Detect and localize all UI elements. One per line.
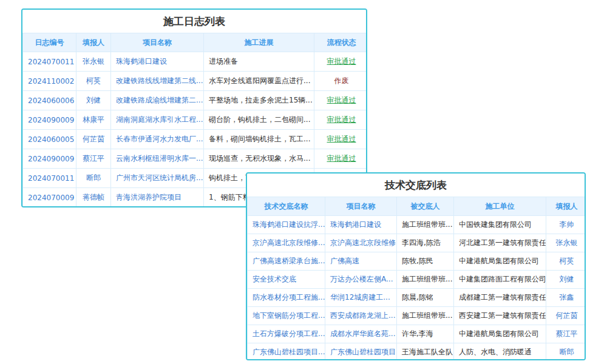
disclosure-column-header: 填报人 [546,197,586,216]
receiver-cell: 陈牧,陈民 [397,252,454,271]
construction-unit-cell: 西安建工第一建筑有限责任公司 [454,307,546,325]
filler-name-link[interactable]: 蒋德帧 [76,188,111,207]
disclosure-name-link[interactable]: 安全技术交底 [248,271,325,289]
disclosure-table-row: 土石方爆破分项工程...成都水岸华庭名苑...许华,李海中建港航局集团有限公司蔡… [248,325,586,343]
project-name-link[interactable]: 云南水利枢纽潜明水库一... [111,149,204,169]
filler-name-link[interactable]: 刘健 [546,271,586,289]
disclosure-table-row: 珠海鹤港口建设抗浮...珠海鹤港口建设施工班组带班...中国铁建集团有限公司李帅 [248,216,586,234]
filler-name-link[interactable]: 张永银 [546,234,586,252]
project-name-link[interactable]: 京沪高速北京段维修 [325,234,397,252]
tech-disclosure-body: 珠海鹤港口建设抗浮...珠海鹤港口建设施工班组带班...中国铁建集团有限公司李帅… [248,216,586,361]
receiver-cell: 陈晨,陈铭 [397,289,454,307]
disclosure-column-header: 被交底人 [397,197,454,216]
status-link[interactable]: 审批通过 [314,110,368,130]
status-link[interactable]: 审批通过 [314,149,368,169]
project-name-link[interactable]: 西安成都路龙湖上... [325,307,397,325]
progress-cell: 水车对全线遮阳网覆盖点进行... [204,72,314,91]
receiver-cell: 施工班组带班... [397,307,454,325]
filler-name-link[interactable]: 蔡江平 [546,325,586,343]
project-name-link[interactable]: 万达办公楼左侧A... [325,271,397,289]
log-table-row: 2024090009林康平湖南洞庭湖水库引水工程...砌台阶，钩机排土，二包砌间… [23,110,368,130]
log-column-header: 项目名称 [111,33,204,52]
log-column-header: 流程状态 [314,33,368,52]
project-name-link[interactable]: 湖南洞庭湖水库引水工程... [111,110,204,130]
disclosure-name-link[interactable]: 防水卷材分项工程施... [248,289,325,307]
disclosure-table-row: 广佛高速桥梁承台施...广佛高速陈牧,陈民中建港航局集团有限公司柯英 [248,252,586,271]
tech-disclosure-header-row: 技术交底名称项目名称被交底人施工单位填报人 [248,197,586,216]
construction-unit-cell: 人防、水电、消防暖通 [454,343,546,361]
tech-disclosure-title: 技术交底列表 [247,174,585,197]
construction-unit-cell: 中国铁建集团有限公司 [454,216,546,234]
log-id-link[interactable]: 2024070009 [23,188,76,207]
disclosure-name-link[interactable]: 广东佛山碧桂园项目... [248,343,325,361]
tech-disclosure-panel: 技术交底列表 技术交底名称项目名称被交底人施工单位填报人 珠海鹤港口建设抗浮..… [246,172,586,360]
status-link[interactable]: 审批通过 [314,91,368,110]
construction-unit-cell: 中建港航局集团有限公司 [454,252,546,271]
disclosure-table-row: 地下室钢筋分项工程...西安成都路龙湖上...施工班组带班...西安建工第一建筑… [248,307,586,325]
log-id-link[interactable]: 2024110002 [23,72,76,91]
log-column-header: 施工进展 [204,33,314,52]
filler-name-link[interactable]: 张鑫 [546,289,586,307]
disclosure-column-header: 项目名称 [325,197,397,216]
project-name-link[interactable]: 青海洪湖养护院项目 [111,188,204,207]
log-table-row: 2024090009蔡江平云南水利枢纽潜明水库一...现场巡查，无积水现象，水马… [23,149,368,169]
project-name-link[interactable]: 珠海鹤港口建设 [111,52,204,72]
disclosure-name-link[interactable]: 土石方爆破分项工程... [248,325,325,343]
receiver-cell: 施工班组带班... [397,271,454,289]
project-name-link[interactable]: 华润12城房建工... [325,289,397,307]
filler-name-link[interactable]: 张永银 [76,52,111,72]
project-name-link[interactable]: 成都水岸华庭名苑... [325,325,397,343]
project-name-link[interactable]: 改建铁路成渝线增建第二... [111,91,204,110]
project-name-link[interactable]: 长春市伊通河水力发电厂... [111,130,204,149]
progress-cell: 现场巡查，无积水现象，水马... [204,149,314,169]
filler-name-link[interactable]: 柯英 [76,72,111,91]
filler-name-link[interactable]: 断郎 [76,169,111,188]
filler-name-link[interactable]: 柯英 [546,252,586,271]
log-table-row: 2024110002柯英改建铁路线线增建第二线...水车对全线遮阳网覆盖点进行.… [23,72,368,91]
receiver-cell: 王海施工队全队 [397,343,454,361]
page-canvas: 施工日志列表 日志编号填报人项目名称施工进展流程状态 2024070011张永银… [0,0,607,364]
log-id-link[interactable]: 2024090009 [23,110,76,130]
project-name-link[interactable]: 广东佛山碧桂园项目 [325,343,397,361]
construction-unit-cell: 河北建工第一建筑有限责任公司 [454,234,546,252]
log-table-row: 2024070011张永银珠海鹤港口建设进场准备审批通过 [23,52,368,72]
filler-name-link[interactable]: 何芷茵 [76,130,111,149]
disclosure-name-link[interactable]: 珠海鹤港口建设抗浮... [248,216,325,234]
construction-unit-cell: 成都建工第一建筑有限责任公司 [454,289,546,307]
project-name-link[interactable]: 改建铁路线线增建第二线... [111,72,204,91]
disclosure-name-link[interactable]: 广佛高速桥梁承台施... [248,252,325,271]
progress-cell: 进场准备 [204,52,314,72]
project-name-link[interactable]: 广佛高速 [325,252,397,271]
log-id-link[interactable]: 2024070011 [23,52,76,72]
receiver-cell: 许华,李海 [397,325,454,343]
receiver-cell: 李四海,陈浩 [397,234,454,252]
disclosure-table-row: 京沪高速北京段维修...京沪高速北京段维修李四海,陈浩河北建工第一建筑有限责任公… [248,234,586,252]
progress-cell: 备料，砌间墙钩机排土，瓦工... [204,130,314,149]
log-table-row: 2024060005何芷茵长春市伊通河水力发电厂...备料，砌间墙钩机排土，瓦工… [23,130,368,149]
project-name-link[interactable]: 广州市天河区统计局机房... [111,169,204,188]
disclosure-column-header: 技术交底名称 [248,197,325,216]
log-table-row: 2024060006刘健改建铁路成渝线增建第二...平整场地，拉走多余泥土15辆… [23,91,368,110]
receiver-cell: 施工班组带班... [397,216,454,234]
project-name-link[interactable]: 珠海鹤港口建设 [325,216,397,234]
disclosure-name-link[interactable]: 地下室钢筋分项工程... [248,307,325,325]
construction-unit-cell: 中建港航局集团有限公司 [454,325,546,343]
filler-name-link[interactable]: 林康平 [76,110,111,130]
construction-log-header-row: 日志编号填报人项目名称施工进展流程状态 [23,33,368,52]
status-link[interactable]: 作废 [314,72,368,91]
disclosure-name-link[interactable]: 京沪高速北京段维修... [248,234,325,252]
log-id-link[interactable]: 2024090009 [23,149,76,169]
filler-name-link[interactable]: 何芷茵 [546,307,586,325]
status-link[interactable]: 审批通过 [314,130,368,149]
log-column-header: 填报人 [76,33,111,52]
filler-name-link[interactable]: 蔡江平 [76,149,111,169]
filler-name-link[interactable]: 李帅 [546,216,586,234]
filler-name-link[interactable]: 刘健 [76,91,111,110]
status-link[interactable]: 审批通过 [314,52,368,72]
log-id-link[interactable]: 2024070011 [23,169,76,188]
log-id-link[interactable]: 2024060005 [23,130,76,149]
progress-cell: 砌台阶，钩机排土，二包砌间... [204,110,314,130]
filler-name-link[interactable]: 断郎 [546,343,586,361]
log-id-link[interactable]: 2024060006 [23,91,76,110]
disclosure-table-row: 防水卷材分项工程施...华润12城房建工...陈晨,陈铭成都建工第一建筑有限责任… [248,289,586,307]
